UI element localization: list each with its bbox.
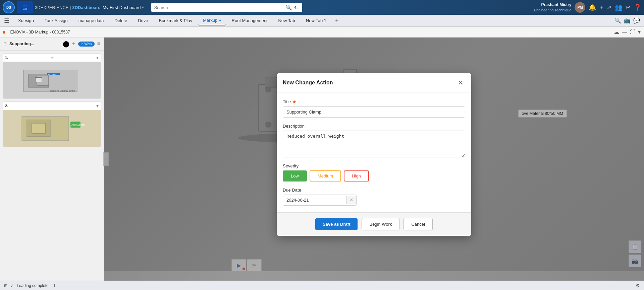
title-label-text: Title — [283, 99, 291, 104]
sidebar-grid-icon: ⊞ — [3, 42, 7, 46]
sidebar-item-2-expand-icon[interactable]: ▾ — [96, 103, 99, 108]
severity-group: Low Medium High — [283, 170, 465, 182]
due-date-input[interactable] — [283, 195, 346, 205]
modal-footer: Save as Draft Begin Work Cancel — [277, 212, 471, 236]
description-label-text: Description — [283, 124, 305, 129]
nav-drive[interactable]: Drive — [133, 16, 153, 25]
svg-text:annotation: annotation — [48, 73, 57, 75]
svg-rect-3 — [35, 77, 42, 82]
due-date-label: Due Date — [283, 188, 465, 193]
sidebar: ⊞ Supporting... ⬤ + In Work ≡ 1. ★ ▾ — [0, 38, 104, 281]
svg-text:Remove Material  80*50: Remove Material 80*50 — [50, 90, 75, 92]
notifications-icon[interactable]: 🔔 — [589, 4, 596, 11]
modal-body: Title ★ Description — [277, 92, 471, 212]
sidebar-item-2-thumbnail[interactable]: Add Support — [3, 110, 101, 147]
nav-new-tab-1[interactable]: New Tab 1 — [301, 16, 331, 25]
tag-icon[interactable]: 🏷 — [294, 4, 300, 10]
search-bar: 🔍 🏷 — [151, 3, 302, 12]
collapse-icon[interactable]: ▾ — [637, 28, 641, 36]
due-date-input-wrap: ✕ — [283, 195, 357, 206]
zoom-icon[interactable]: 🔍 — [614, 17, 621, 24]
nav-manage-data[interactable]: manage data — [74, 16, 109, 25]
nav-rout-management[interactable]: Rout Management — [227, 16, 272, 25]
sidebar-toggle[interactable]: ⬤ — [63, 40, 69, 48]
collaborate-icon[interactable]: 👥 — [615, 4, 622, 11]
maximize-icon[interactable]: ⛶ — [629, 28, 636, 36]
topbar: DS 3D V,R 3DEXPERIENCE | 3DDashboard My … — [0, 0, 644, 15]
nav-bookmark-play[interactable]: Bookmark & Play — [154, 16, 197, 25]
status-right: ⚙ — [636, 283, 640, 288]
add-tab-button[interactable]: + — [332, 16, 341, 25]
nav-markup[interactable]: Markup ▾ — [198, 16, 225, 25]
due-date-field: Due Date ✕ — [283, 188, 465, 206]
begin-work-button[interactable]: Begin Work — [362, 218, 399, 230]
help-icon[interactable]: ❓ — [634, 4, 641, 11]
status-pause-button[interactable]: ⏸ — [51, 283, 56, 288]
sidebar-item-2: 2. ▾ Add Support — [3, 101, 101, 147]
due-date-clear-button[interactable]: ✕ — [346, 196, 356, 204]
description-textarea[interactable] — [283, 131, 465, 157]
severity-field: Severity Low Medium High — [283, 163, 465, 182]
severity-label-text: Severity — [283, 163, 299, 168]
sidebar-item-1-header: 1. ★ ▾ — [3, 54, 101, 62]
severity-medium-button[interactable]: Medium — [310, 170, 341, 182]
canvas-area: X Y ove Material 80*50 MM ▶ ✂ 📋 📷 — [104, 38, 644, 281]
severity-label: Severity — [283, 163, 465, 168]
sidebar-item-1-star-icon[interactable]: ★ — [51, 56, 54, 60]
sidebar-item-1: 1. ★ ▾ Remove Material 80*50 annotation — [3, 53, 101, 99]
modal-close-button[interactable]: ✕ — [456, 78, 465, 87]
search-input[interactable] — [154, 5, 283, 10]
nav-xdesign[interactable]: Xdesign — [13, 16, 39, 25]
tab-title: ENOVIA - 3D Markup - 00015537 — [7, 30, 72, 34]
statusbar: ⊞ ✓ Loading complete ⏸ ⚙ — [0, 281, 644, 290]
nav-markup-label: Markup — [203, 18, 217, 23]
nav-delete[interactable]: Delete — [110, 16, 132, 25]
user-role: Engineering Technique — [534, 8, 572, 12]
snap-icon[interactable]: ⊞ — [4, 283, 7, 288]
severity-low-button[interactable]: Low — [283, 170, 307, 182]
description-field: Description — [283, 124, 465, 157]
sidebar-item-2-preview: Add Support — [17, 112, 87, 145]
markup-arrow-icon: ▾ — [219, 18, 221, 23]
sidebar-item-1-num: 1. — [5, 56, 8, 60]
nav-new-tab[interactable]: New Tab — [273, 16, 300, 25]
severity-high-button[interactable]: High — [344, 170, 369, 182]
avatar[interactable]: PM — [575, 2, 585, 13]
minimize-icon[interactable]: — — [621, 28, 628, 36]
dashboard-arrow-icon: ▾ — [142, 5, 144, 10]
sidebar-menu-icon[interactable]: ≡ — [97, 41, 100, 47]
status-text: Loading complete — [17, 283, 49, 288]
user-info: Prashant Mistry Engineering Technique — [534, 2, 572, 12]
modal-overlay: New Change Action ✕ Title ★ — [104, 38, 644, 271]
cancel-button[interactable]: Cancel — [404, 218, 432, 230]
status-settings-icon[interactable]: ⚙ — [636, 283, 640, 288]
chat-icon[interactable]: 💬 — [633, 17, 640, 24]
brand-highlight: 3DDashboard — [72, 5, 101, 10]
dashboard-name[interactable]: My First Dashboard ▾ — [103, 5, 144, 10]
svg-rect-9 — [32, 123, 45, 133]
menu-button[interactable]: ☰ — [4, 17, 9, 24]
screen-share-icon[interactable]: 📺 — [624, 17, 631, 24]
app-icon[interactable]: 3D V,R — [17, 1, 33, 13]
tools-icon[interactable]: ✂ — [626, 4, 631, 11]
nav-task-assign[interactable]: Task Assign — [40, 16, 72, 25]
navbar: ☰ Xdesign Task Assign manage data Delete… — [0, 15, 644, 27]
share-icon[interactable]: ↗ — [606, 4, 611, 11]
cloud-icon[interactable]: ☁ — [613, 28, 620, 36]
add-icon[interactable]: + — [599, 4, 603, 11]
save-draft-button[interactable]: Save as Draft — [315, 218, 358, 230]
sidebar-item-1-expand-icon[interactable]: ▾ — [96, 55, 99, 60]
ds-logo[interactable]: DS — [3, 1, 15, 13]
sidebar-item-2-num: 2. — [5, 104, 8, 108]
new-change-action-modal: New Change Action ✕ Title ★ — [277, 73, 471, 236]
sidebar-header: ⊞ Supporting... ⬤ + In Work ≡ — [0, 38, 104, 51]
brand-prefix: 3DEXPERIENCE | — [35, 5, 71, 10]
search-icon[interactable]: 🔍 — [285, 4, 292, 11]
modal-header: New Change Action ✕ — [277, 73, 471, 92]
main-area: ⊞ Supporting... ⬤ + In Work ≡ 1. ★ ▾ — [0, 38, 644, 281]
sidebar-item-2-header: 2. ▾ — [3, 102, 101, 110]
sidebar-add-icon[interactable]: + — [72, 41, 76, 48]
sidebar-item-1-thumbnail[interactable]: Remove Material 80*50 annotation — [3, 62, 101, 98]
app-icon-text: 3D V,R — [23, 4, 27, 11]
title-input[interactable] — [283, 106, 465, 118]
